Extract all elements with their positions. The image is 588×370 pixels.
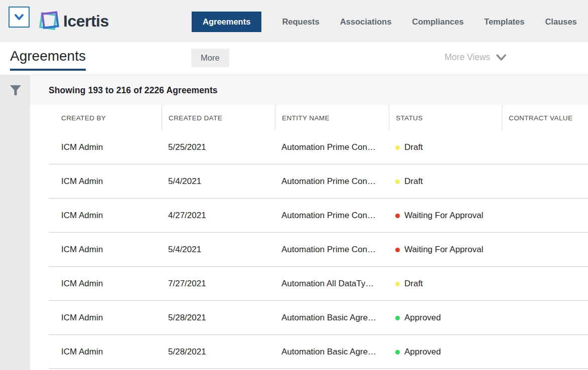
cell-status: Approved [389, 335, 502, 369]
cell-entity-name: Automation Prime Con… [275, 130, 389, 164]
agreements-table-panel: Showing 193 to 216 of 2226 Agreements CR… [30, 75, 588, 370]
cell-contract-value [502, 335, 588, 369]
cell-contract-value [502, 164, 588, 199]
cell-status: Approved [389, 301, 502, 335]
status-dot [395, 282, 400, 286]
tab-templates[interactable]: Templates [484, 12, 524, 32]
more-views-label: More Views [445, 52, 490, 63]
column-header-created-by[interactable]: CREATED BY [30, 105, 162, 130]
table-row[interactable]: ICM Admin7/27/2021Automation All DataTy…… [30, 267, 588, 301]
status-label: Approved [404, 313, 441, 323]
tab-requests[interactable]: Requests [282, 12, 319, 32]
cell-contract-value [502, 130, 588, 164]
status-dot [395, 214, 400, 218]
cell-created-by: ICM Admin [30, 199, 162, 233]
table-body: ICM Admin5/25/2021Automation Prime Con…D… [30, 130, 588, 369]
main-area: Showing 193 to 216 of 2226 Agreements CR… [0, 75, 588, 370]
more-views-dropdown[interactable]: More Views [445, 52, 506, 63]
cell-created-by: ICM Admin [30, 233, 162, 267]
cell-entity-name: Automation Prime Con… [275, 233, 389, 267]
icertis-wordmark: Icertis [63, 12, 109, 31]
cell-status: Draft [389, 267, 502, 301]
status-label: Draft [404, 142, 423, 152]
column-header-status[interactable]: STATUS [389, 105, 502, 130]
cell-created-date: 5/28/2021 [162, 335, 275, 369]
status-dot [395, 316, 400, 320]
cell-created-date: 5/4/2021 [162, 164, 275, 199]
collapse-menu-button[interactable] [9, 7, 30, 28]
cell-created-by: ICM Admin [30, 130, 162, 164]
page-title: Agreements [10, 48, 86, 71]
status-label: Waiting For Approval [404, 211, 483, 221]
column-header-contract-value[interactable]: CONTRACT VALUE [502, 105, 588, 130]
column-header-created-date[interactable]: CREATED DATE [162, 105, 275, 130]
table-row[interactable]: ICM Admin4/27/2021Automation Prime Con…W… [30, 199, 588, 233]
more-button[interactable]: More [191, 49, 229, 67]
status-label: Approved [404, 347, 441, 357]
chevron-down-icon [13, 11, 25, 23]
cell-created-date: 5/28/2021 [162, 301, 275, 335]
cell-created-date: 4/27/2021 [162, 199, 275, 233]
cell-status: Draft [389, 164, 502, 199]
filter-sidebar [0, 75, 30, 370]
chevron-down-icon [496, 54, 506, 61]
cell-created-by: ICM Admin [30, 301, 162, 335]
table-row[interactable]: ICM Admin5/4/2021Automation Prime Con…Wa… [30, 233, 588, 267]
cell-entity-name: Automation Prime Con… [275, 199, 389, 233]
status-label: Draft [404, 279, 423, 289]
filter-icon[interactable] [9, 84, 22, 97]
cell-created-by: ICM Admin [30, 267, 162, 301]
icertis-logo: Icertis [36, 8, 109, 34]
cell-entity-name: Automation All DataTy… [275, 267, 389, 301]
status-dot [395, 350, 400, 354]
cell-entity-name: Automation Prime Con… [275, 164, 389, 199]
tab-associations[interactable]: Associations [340, 12, 392, 32]
cell-created-by: ICM Admin [30, 164, 162, 199]
tab-clauses[interactable]: Clauses [545, 12, 576, 32]
cell-contract-value [502, 199, 588, 233]
cell-status: Waiting For Approval [389, 199, 502, 233]
table-row[interactable]: ICM Admin5/28/2021Automation Basic Agre…… [30, 301, 588, 335]
table-header-row: CREATED BYCREATED DATEENTITY NAMESTATUSC… [30, 105, 588, 130]
status-dot [395, 145, 400, 150]
status-label: Waiting For Approval [404, 245, 483, 255]
results-summary: Showing 193 to 216 of 2226 Agreements [49, 85, 218, 96]
top-bar: Icertis AgreementsRequestsAssociationsCo… [0, 0, 588, 42]
tab-agreements[interactable]: Agreements [192, 12, 261, 32]
cell-entity-name: Automation Basic Agre… [275, 301, 389, 335]
cell-status: Draft [389, 130, 502, 164]
cell-created-date: 5/4/2021 [162, 233, 275, 267]
cell-contract-value [502, 267, 588, 301]
status-dot [395, 248, 400, 252]
cell-contract-value [502, 233, 588, 267]
results-summary-band: Showing 193 to 216 of 2226 Agreements [30, 75, 588, 105]
title-bar: Agreements More More Views [0, 42, 588, 75]
status-dot [395, 179, 400, 184]
main-nav: AgreementsRequestsAssociationsCompliance… [192, 12, 577, 32]
cell-entity-name: Automation Basic Agre… [275, 335, 389, 369]
cell-status: Waiting For Approval [389, 233, 502, 267]
table-row[interactable]: ICM Admin5/28/2021Automation Basic Agre…… [30, 335, 588, 369]
cell-created-date: 5/25/2021 [162, 130, 275, 164]
column-header-entity-name[interactable]: ENTITY NAME [275, 105, 389, 130]
cell-created-date: 7/27/2021 [162, 267, 275, 301]
cell-contract-value [502, 301, 588, 335]
tab-compliances[interactable]: Compliances [412, 12, 464, 32]
icertis-logo-icon [36, 8, 62, 34]
table-row[interactable]: ICM Admin5/25/2021Automation Prime Con…D… [30, 130, 588, 164]
table-row[interactable]: ICM Admin5/4/2021Automation Prime Con…Dr… [30, 164, 588, 199]
cell-created-by: ICM Admin [30, 335, 162, 369]
status-label: Draft [404, 176, 423, 187]
